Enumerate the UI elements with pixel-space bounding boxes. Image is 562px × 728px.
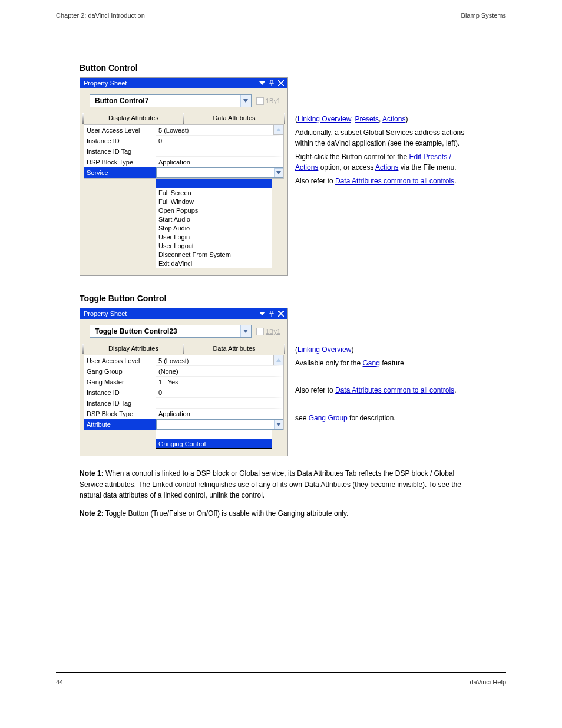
footer-left: 44 [56, 678, 63, 686]
prop-row-instance-id-tag[interactable]: Instance ID Tag [84, 146, 283, 157]
dropdown-item-blank[interactable] [156, 430, 272, 439]
description-column: (Linking Overview, Presets, Actions) Add… [295, 77, 472, 189]
prop-row-dsp-block-type[interactable]: DSP Block Type Application [84, 409, 283, 419]
desc-text: Additionally, a subset Global Services a… [295, 127, 472, 149]
prop-value[interactable]: Application [156, 157, 283, 167]
chevron-down-icon[interactable] [274, 168, 283, 177]
property-sheet-titlebar: Property Sheet [80, 308, 287, 319]
link-actions-menu[interactable]: Actions [375, 163, 398, 172]
oneby1-check[interactable]: 1By1 [256, 328, 280, 335]
prop-row-instance-id[interactable]: Instance ID 0 [84, 136, 283, 146]
prop-row-dsp-block-type[interactable]: DSP Block Type Application [84, 157, 283, 167]
prop-value[interactable]: 5 (Lowest) [156, 125, 283, 136]
prop-row-gang-group[interactable]: Gang Group (None) [84, 366, 283, 377]
header-right: Biamp Systems [461, 12, 506, 19]
dropdown-item[interactable]: Full Screen [156, 188, 272, 197]
prop-row-user-access[interactable]: User Access Level 5 (Lowest) [84, 355, 283, 366]
link-actions[interactable]: Actions [382, 115, 405, 123]
prop-label: DSP Block Type [84, 157, 156, 167]
checkbox-icon[interactable] [256, 97, 264, 105]
link-data-attributes-common[interactable]: Data Attributes common to all controls [335, 177, 454, 185]
dropdown-item[interactable]: Stop Audio [156, 223, 272, 232]
notes-block: Note 1: When a control is linked to a DS… [80, 468, 462, 519]
tab-data-attributes[interactable]: Data Attributes [184, 342, 284, 354]
tab-data-attributes[interactable]: Data Attributes [184, 112, 284, 124]
prop-value[interactable]: 0 [156, 387, 283, 398]
close-icon[interactable] [278, 311, 284, 317]
dropdown-item[interactable]: Ganging Control [156, 439, 272, 448]
dropdown-item[interactable]: Full Window [156, 197, 272, 206]
prop-value[interactable] [156, 398, 283, 409]
prop-value[interactable]: 5 (Lowest) [156, 355, 283, 366]
oneby1-check[interactable]: 1By1 [256, 97, 280, 105]
control-selector-value: Toggle Button Control23 [95, 327, 177, 335]
attribute-dropdown-list[interactable]: Ganging Control [156, 430, 272, 449]
header-rule [56, 45, 506, 45]
dropdown-icon[interactable] [259, 311, 265, 317]
chevron-down-icon[interactable] [240, 95, 251, 107]
pin-icon[interactable] [269, 80, 275, 86]
prop-row-instance-id[interactable]: Instance ID 0 [84, 387, 283, 398]
link-linking-overview[interactable]: Linking Overview [297, 345, 351, 354]
checkbox-icon[interactable] [256, 328, 264, 335]
prop-row-user-access[interactable]: User Access Level 5 (Lowest) [84, 125, 283, 136]
tab-display-attributes[interactable]: Display Attributes [84, 112, 183, 124]
oneby1-label: 1By1 [266, 328, 280, 335]
dropdown-icon[interactable] [259, 80, 265, 86]
desc-text: Right-click the Button control for the [295, 153, 409, 161]
prop-row-instance-id-tag[interactable]: Instance ID Tag [84, 398, 283, 409]
dropdown-item[interactable]: Disconnect From System [156, 250, 272, 259]
link-gang-group[interactable]: Gang Group [309, 414, 348, 422]
dropdown-item[interactable]: Open Popups [156, 206, 272, 215]
pin-icon[interactable] [269, 311, 275, 317]
dropdown-item[interactable]: Start Audio [156, 215, 272, 223]
desc-text: ) [405, 115, 408, 123]
prop-value[interactable]: Application [156, 409, 283, 419]
svg-marker-15 [243, 330, 248, 333]
desc-text: see [295, 414, 309, 422]
service-dropdown-list[interactable]: Full Screen Full Window Open Popups Star… [156, 178, 272, 268]
link-presets[interactable]: Presets [355, 115, 379, 123]
svg-rect-10 [270, 311, 273, 314]
property-sheet-title: Property Sheet [84, 80, 127, 87]
prop-label: Service [84, 167, 156, 178]
footer-rule [56, 672, 506, 673]
prop-row-attribute[interactable]: Attribute [84, 419, 283, 430]
section-title-button-control: Button Control [80, 63, 506, 73]
prop-value[interactable]: 1 - Yes [156, 377, 283, 387]
control-selector-combo[interactable]: Toggle Button Control23 [90, 325, 252, 338]
close-icon[interactable] [278, 80, 284, 86]
control-selector-combo[interactable]: Button Control7 [90, 94, 252, 107]
chevron-down-icon[interactable] [240, 325, 251, 337]
tab-display-attributes[interactable]: Display Attributes [84, 342, 183, 354]
desc-text: for description. [348, 414, 396, 422]
link-data-attributes-common[interactable]: Data Attributes common to all controls [335, 386, 454, 394]
prop-value[interactable] [156, 167, 283, 178]
prop-row-service[interactable]: Service [84, 167, 283, 178]
note1-label: Note 1: [80, 469, 104, 477]
prop-label: User Access Level [84, 355, 156, 366]
dropdown-item-blank[interactable] [156, 179, 272, 188]
section-title-toggle-button-control: Toggle Button Control [80, 294, 506, 303]
prop-value[interactable]: 0 [156, 136, 283, 146]
svg-marker-17 [276, 423, 281, 426]
prop-label: Instance ID Tag [84, 398, 156, 409]
chevron-down-icon[interactable] [274, 420, 283, 429]
prop-value[interactable]: (None) [156, 366, 283, 377]
dropdown-item[interactable]: User Logout [156, 241, 272, 250]
prop-row-gang-master[interactable]: Gang Master 1 - Yes [84, 377, 283, 387]
svg-marker-6 [243, 99, 248, 103]
desc-text: feature [380, 359, 404, 367]
desc-text: Also refer to [295, 386, 335, 394]
dropdown-item[interactable]: User Login [156, 232, 272, 241]
link-gang[interactable]: Gang [363, 359, 380, 367]
prop-value[interactable] [156, 146, 283, 157]
dropdown-item[interactable]: Exit daVinci [156, 259, 272, 268]
prop-label: Attribute [84, 419, 156, 430]
prop-value[interactable] [156, 419, 283, 430]
desc-text: Also refer to [295, 177, 335, 185]
property-grid: User Access Level 5 (Lowest) Gang Group … [84, 355, 284, 430]
prop-label: Instance ID Tag [84, 146, 156, 157]
link-linking-overview[interactable]: Linking Overview [297, 115, 351, 123]
prop-label: Instance ID [84, 387, 156, 398]
